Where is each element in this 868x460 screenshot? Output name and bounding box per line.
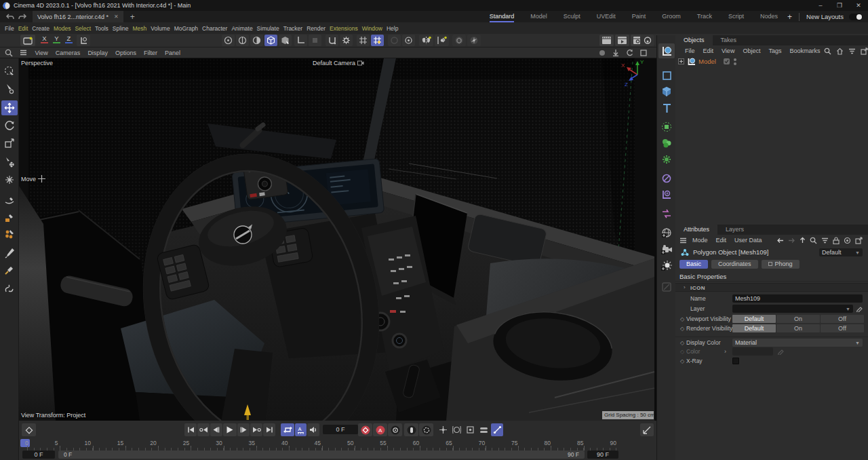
menu-animate[interactable]: Animate <box>229 25 254 32</box>
points-mode-button[interactable] <box>222 35 235 46</box>
lock-icon[interactable] <box>833 237 840 244</box>
layout-tab-uvedit[interactable]: UVEdit <box>597 11 616 22</box>
knife-tool[interactable] <box>1 263 18 278</box>
snap-settings-button[interactable] <box>435 35 449 46</box>
menu-select[interactable]: Select <box>73 25 93 32</box>
modeling-settings-button[interactable] <box>452 35 466 46</box>
layout-tab-sculpt[interactable]: Sculpt <box>564 11 580 22</box>
undo-icon[interactable] <box>5 14 15 20</box>
preset-dropdown[interactable]: Default▼ <box>819 248 863 256</box>
search-icon[interactable] <box>5 49 13 57</box>
rotation-record-button[interactable] <box>419 423 433 436</box>
visibility-toggle-icon[interactable] <box>723 58 730 65</box>
goto-next-frame-button[interactable] <box>237 423 250 436</box>
add-tab-button[interactable]: + <box>130 12 135 22</box>
loop-playback-button[interactable] <box>281 423 294 436</box>
environment-icon[interactable] <box>658 187 675 202</box>
objects-menu-edit[interactable]: Edit <box>699 47 718 54</box>
goto-prev-frame-button[interactable] <box>210 423 222 436</box>
axis-y-button[interactable]: Y <box>52 35 62 46</box>
record-keyframe-button[interactable] <box>358 423 372 436</box>
maximize-button[interactable]: ❐ <box>830 0 849 11</box>
layout-tab-nodes[interactable]: Nodes <box>760 11 778 22</box>
enable-grid-button[interactable] <box>357 35 370 46</box>
hamburger-icon[interactable] <box>679 237 687 244</box>
workplane-mode-button[interactable] <box>326 35 338 46</box>
new-layouts-button[interactable]: New Layouts <box>806 13 844 20</box>
layer-pencil-icon[interactable] <box>856 305 863 312</box>
menu-render[interactable]: Render <box>304 25 328 32</box>
polygons-mode-button[interactable] <box>250 35 263 46</box>
brush-tool[interactable] <box>1 246 18 261</box>
viewport-menu-display[interactable]: Display <box>84 50 112 56</box>
menu-volume[interactable]: Volume <box>149 25 172 32</box>
range-slider[interactable]: 0 F 90 F <box>58 451 585 459</box>
viewport-view-label[interactable]: Perspective <box>21 60 53 66</box>
viewport-menu-cameras[interactable]: Cameras <box>52 50 84 56</box>
menu-tools[interactable]: Tools <box>93 25 111 32</box>
layout-toggle[interactable] <box>849 14 863 20</box>
menu-file[interactable]: File <box>3 25 16 32</box>
minimize-button[interactable]: – <box>811 0 830 11</box>
goto-prev-key-button[interactable] <box>197 423 210 436</box>
layout-tab-standard[interactable]: Standard <box>490 11 515 22</box>
object-tree-item-model[interactable]: Model <box>675 56 868 66</box>
viewport-menu-view[interactable]: View <box>31 50 52 56</box>
layout-tab-groom[interactable]: Groom <box>662 11 681 22</box>
generator-icon[interactable] <box>658 152 675 167</box>
layout-tab-model[interactable]: Model <box>530 11 547 22</box>
record-rotation-toggle[interactable] <box>450 423 462 436</box>
interactive-render-region-button[interactable] <box>640 35 654 46</box>
menu-spline[interactable]: Spline <box>111 25 131 32</box>
coordinate-system-button[interactable] <box>77 35 90 46</box>
goto-start-button[interactable] <box>184 423 197 436</box>
objects-menu-tags[interactable]: Tags <box>764 47 785 54</box>
layout-tab-track[interactable]: Track <box>697 11 712 22</box>
display-color-dropdown[interactable]: Material▼ <box>732 339 863 347</box>
object-mode-button[interactable] <box>279 35 292 46</box>
home-icon[interactable] <box>836 47 844 55</box>
keyframe-diamond-button[interactable] <box>22 423 36 436</box>
current-frame-field[interactable]: 0 F <box>323 425 358 434</box>
tab-objects[interactable]: Objects <box>675 35 713 45</box>
tab-coordinates[interactable]: Coordinates <box>711 260 758 269</box>
fcurve-button[interactable] <box>640 423 654 436</box>
expand-icon[interactable] <box>678 58 684 64</box>
pan-view-icon[interactable] <box>599 50 606 56</box>
metaball-icon[interactable] <box>658 136 675 151</box>
sound-button[interactable] <box>307 423 319 436</box>
deformer-icon[interactable] <box>658 171 675 186</box>
attributes-menu-mode[interactable]: Mode <box>688 237 712 244</box>
tab-layers[interactable]: Layers <box>717 225 752 235</box>
autokey-button[interactable]: A <box>373 423 387 436</box>
spline-rectangle-icon[interactable] <box>658 68 675 83</box>
rotate-view-icon[interactable] <box>626 50 633 56</box>
edges-mode-button[interactable] <box>236 35 249 46</box>
menu-extensions[interactable]: Extensions <box>328 25 360 32</box>
camera-object-icon[interactable] <box>658 242 675 256</box>
viewport-3d[interactable]: Y X Z Perspective Default Camera Move Vi… <box>19 58 656 421</box>
range-start-field[interactable]: 0 F <box>22 451 55 459</box>
name-input[interactable]: Mesh109 <box>732 294 863 303</box>
close-tab-icon[interactable]: ✕ <box>114 14 119 20</box>
search-icon[interactable] <box>810 237 817 244</box>
viewport-menu-filter[interactable]: Filter <box>140 50 161 56</box>
layout-tab-paint[interactable]: Paint <box>632 11 646 22</box>
object-name[interactable]: Model <box>698 58 716 65</box>
add-layout-button[interactable]: + <box>787 12 792 22</box>
viewport-visibility-off[interactable]: Off <box>821 315 864 323</box>
search-icon[interactable] <box>824 47 831 55</box>
goto-next-key-button[interactable] <box>250 423 262 436</box>
select-tool[interactable] <box>1 81 18 96</box>
record-parameter-toggle[interactable] <box>477 423 490 436</box>
objects-menu-view[interactable]: View <box>717 47 738 54</box>
goto-end-button[interactable] <box>263 423 275 436</box>
menu-tracker[interactable]: Tracker <box>281 25 305 32</box>
toggle-views-icon[interactable] <box>640 50 647 56</box>
texture-mode-button[interactable] <box>309 35 321 46</box>
rotate-tool[interactable] <box>1 118 18 133</box>
autokey-range-button[interactable]: A <box>295 423 307 436</box>
light-object-icon[interactable] <box>658 258 675 273</box>
menu-simulate[interactable]: Simulate <box>255 25 281 32</box>
position-record-button[interactable] <box>404 423 418 436</box>
